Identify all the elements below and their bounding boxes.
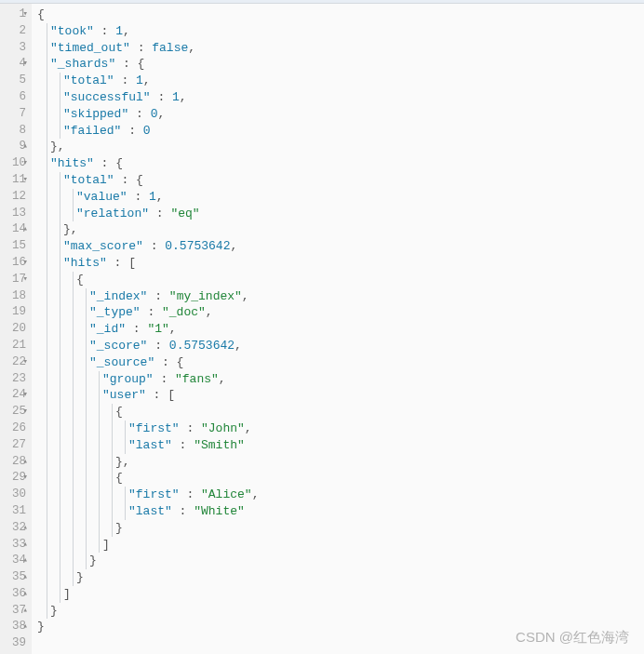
fold-close-icon[interactable]: ▴ [23,619,28,635]
fold-open-icon[interactable]: ▾ [23,56,28,73]
line-number: 17▾ [0,272,26,288]
token-p: , [252,487,260,501]
token-s: "1" [147,322,168,336]
token-p: , [169,322,177,336]
indent-guide [73,288,74,305]
token-p: }, [50,140,65,153]
code-line-text: "group" : "fans", [37,372,226,386]
token-p: : [127,190,149,204]
token-k: "first" [128,421,180,435]
fold-open-icon[interactable]: ▾ [23,255,28,272]
line-number: 4▾ [0,56,26,73]
indent-guide [86,420,87,437]
indent-guide [86,304,87,321]
indent-guide [73,206,74,222]
token-p: : [ [146,388,175,402]
indent-guide [112,437,113,454]
fold-close-icon[interactable]: ▴ [23,603,28,620]
fold-open-icon[interactable]: ▾ [23,7,28,23]
fold-open-icon[interactable]: ▾ [23,172,28,189]
token-p: : [172,438,194,452]
indent-guide [47,172,47,189]
code-line: } [37,619,644,635]
fold-close-icon[interactable]: ▴ [23,553,28,569]
indent-guide [99,487,100,503]
indent-guide [60,189,60,206]
indent-guide [73,387,74,404]
token-p: : [172,504,194,518]
line-number: 33▴ [0,537,26,554]
token-p: : [128,107,150,121]
indent-guide [60,454,60,471]
indent-guide [60,420,60,437]
line-number: 25▾ [0,404,26,420]
line-number: 19 [0,304,26,321]
indent-guide [86,470,87,487]
indent-guide [60,221,60,238]
indent-guide [60,73,60,89]
code-line: "total" : 1, [37,73,644,89]
code-line: "hits" : [ [37,255,644,272]
fold-open-icon[interactable]: ▾ [23,272,28,288]
fold-close-icon[interactable]: ▴ [23,454,28,471]
token-p: : [147,289,168,303]
token-p: : [126,322,147,336]
code-line: "_id" : "1", [37,321,644,338]
indent-guide [125,437,126,454]
code-line: } [37,553,644,569]
indent-guide [73,272,74,288]
code-line: "skipped" : 0, [37,106,644,123]
indent-guide [86,503,87,520]
line-number: 24▾ [0,387,26,404]
line-number: 18 [0,288,26,305]
line-number: 8 [0,123,26,140]
indent-guide [73,304,74,321]
indent-guide [60,354,60,371]
token-n: 0.5753642 [169,339,235,353]
code-line-text: "last" : "Smith" [37,438,245,452]
indent-guide [60,123,60,140]
line-number: 23 [0,371,26,388]
fold-open-icon[interactable]: ▾ [23,354,28,371]
fold-close-icon[interactable]: ▴ [23,569,28,586]
fold-close-icon[interactable]: ▴ [23,586,28,603]
code-line: "took" : 1, [37,23,644,40]
line-number-gutter: 1▾234▾56789▴10▾11▾121314▴1516▾17▾1819202… [0,4,32,654]
indent-guide [60,304,60,321]
code-line: ] [37,586,644,603]
fold-open-icon[interactable]: ▾ [23,155,28,172]
indent-guide [86,404,87,420]
code-line: "user" : [ [37,387,644,404]
code-line: { [37,470,644,487]
indent-guide [60,106,60,123]
token-k: "user" [102,388,146,402]
token-k: "max_score" [63,239,143,253]
indent-guide [60,172,60,189]
line-number: 3 [0,40,26,57]
token-p: : [151,90,172,104]
fold-open-icon[interactable]: ▾ [23,387,28,404]
fold-open-icon[interactable]: ▾ [23,404,28,420]
fold-close-icon[interactable]: ▴ [23,520,28,537]
indent-guide [47,189,47,206]
token-p: ] [63,587,71,601]
indent-guide [73,420,74,437]
fold-close-icon[interactable]: ▴ [23,537,28,554]
code-line-text: "_score" : 0.5753642, [37,339,242,353]
code-line: "hits" : { [37,155,644,172]
token-s: "John" [201,421,245,435]
indent-guide [86,487,87,503]
indent-guide [47,56,47,73]
indent-guide [60,520,60,537]
code-line-text: } [37,620,45,634]
fold-close-icon[interactable]: ▴ [23,139,28,155]
token-k: "value" [76,190,127,204]
token-p: , [157,107,165,121]
code-line: "successful" : 1, [37,89,644,106]
fold-open-icon[interactable]: ▾ [23,470,28,487]
indent-guide [112,454,113,471]
fold-close-icon[interactable]: ▴ [23,221,28,238]
line-number: 11▾ [0,172,26,189]
code-line-text: "first" : "Alice", [37,487,259,501]
code-line-text: "_type" : "_doc", [37,305,213,319]
